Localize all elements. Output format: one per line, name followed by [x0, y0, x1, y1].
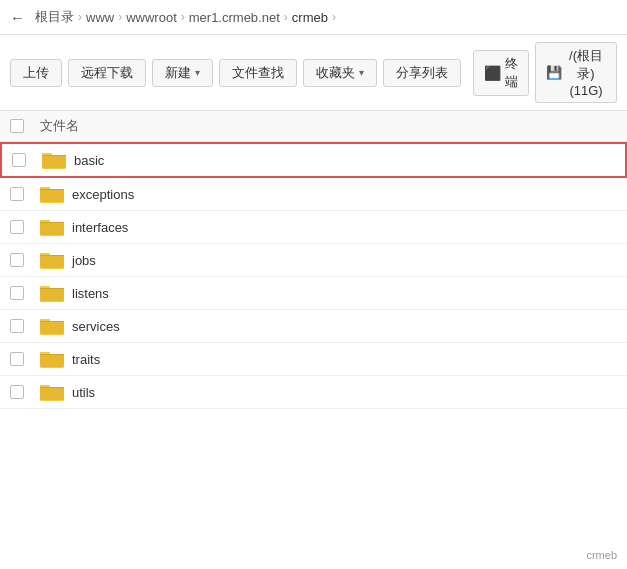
disk-label: /(根目录) (11G) — [566, 47, 606, 98]
sep-2: › — [118, 10, 122, 24]
disk-button[interactable]: 💾 /(根目录) (11G) — [535, 42, 617, 103]
folder-icon — [40, 316, 64, 336]
back-button[interactable]: ← — [10, 9, 25, 26]
file-checkbox[interactable] — [10, 220, 24, 234]
file-checkbox[interactable] — [10, 253, 24, 267]
file-name: utils — [72, 385, 95, 400]
file-row[interactable]: services — [0, 310, 627, 343]
file-list-header: 文件名 — [0, 111, 627, 142]
breadcrumb-current: crmeb — [292, 10, 328, 25]
file-row[interactable]: utils — [0, 376, 627, 409]
bookmark-button[interactable]: 收藏夹 ▾ — [303, 59, 377, 87]
column-header-name: 文件名 — [40, 117, 617, 135]
terminal-button[interactable]: ⬛ 终端 — [473, 50, 529, 96]
footer-brand: crmeb — [586, 549, 617, 561]
remote-download-button[interactable]: 远程下载 — [68, 59, 146, 87]
file-checkbox[interactable] — [10, 352, 24, 366]
new-arrow: ▾ — [195, 67, 200, 78]
folder-icon — [40, 184, 64, 204]
file-checkbox[interactable] — [10, 385, 24, 399]
file-row[interactable]: jobs — [0, 244, 627, 277]
breadcrumb-wwwroot[interactable]: wwwroot — [126, 10, 177, 25]
new-label: 新建 — [165, 64, 191, 82]
terminal-icon: ⬛ — [484, 65, 501, 81]
file-checkbox[interactable] — [10, 286, 24, 300]
svg-rect-18 — [40, 288, 64, 301]
svg-rect-3 — [42, 155, 66, 156]
file-row[interactable]: basic — [0, 142, 627, 178]
svg-rect-2 — [42, 155, 66, 168]
file-name: basic — [74, 153, 104, 168]
svg-rect-15 — [40, 255, 64, 256]
breadcrumb-bar: ← 根目录 › www › wwwroot › mer1.crmeb.net ›… — [0, 0, 627, 35]
file-row[interactable]: traits — [0, 343, 627, 376]
toolbar: 上传 远程下载 新建 ▾ 文件查找 收藏夹 ▾ 分享列表 ⬛ 终端 💾 /(根目… — [0, 35, 627, 111]
file-name: traits — [72, 352, 100, 367]
svg-rect-10 — [40, 222, 64, 235]
new-button[interactable]: 新建 ▾ — [152, 59, 213, 87]
folder-icon — [40, 382, 64, 402]
folder-icon — [42, 150, 66, 170]
upload-button[interactable]: 上传 — [10, 59, 62, 87]
breadcrumb-mer1[interactable]: mer1.crmeb.net — [189, 10, 280, 25]
disk-icon: 💾 — [546, 65, 562, 80]
folder-icon — [40, 283, 64, 303]
svg-rect-14 — [40, 255, 64, 268]
svg-rect-31 — [40, 387, 64, 388]
sep-1: › — [78, 10, 82, 24]
folder-icon — [40, 250, 64, 270]
folder-icon — [40, 217, 64, 237]
svg-rect-19 — [40, 288, 64, 289]
file-name: exceptions — [72, 187, 134, 202]
select-all-checkbox[interactable] — [10, 119, 24, 133]
breadcrumb-root[interactable]: 根目录 — [35, 8, 74, 26]
file-checkbox[interactable] — [10, 187, 24, 201]
bookmark-label: 收藏夹 — [316, 64, 355, 82]
svg-rect-7 — [40, 189, 64, 190]
file-list-scroll[interactable]: basic exceptions interfaces jobs listens — [0, 142, 627, 409]
bookmark-arrow: ▾ — [359, 67, 364, 78]
svg-rect-23 — [40, 321, 64, 322]
upload-label: 上传 — [23, 64, 49, 82]
sep-5: › — [332, 10, 336, 24]
file-checkbox[interactable] — [10, 319, 24, 333]
file-name: listens — [72, 286, 109, 301]
file-name: services — [72, 319, 120, 334]
file-row[interactable]: interfaces — [0, 211, 627, 244]
file-name: interfaces — [72, 220, 128, 235]
terminal-label: 终端 — [505, 55, 518, 91]
find-label: 文件查找 — [232, 64, 284, 82]
share-label: 分享列表 — [396, 64, 448, 82]
file-row[interactable]: listens — [0, 277, 627, 310]
folder-icon — [40, 349, 64, 369]
svg-rect-22 — [40, 321, 64, 334]
svg-rect-30 — [40, 387, 64, 400]
file-list: 文件名 basic exceptions interfaces jobs — [0, 111, 627, 409]
file-checkbox[interactable] — [12, 153, 26, 167]
sep-4: › — [284, 10, 288, 24]
share-button[interactable]: 分享列表 — [383, 59, 461, 87]
find-button[interactable]: 文件查找 — [219, 59, 297, 87]
file-row[interactable]: exceptions — [0, 178, 627, 211]
remote-download-label: 远程下载 — [81, 64, 133, 82]
file-name: jobs — [72, 253, 96, 268]
svg-rect-6 — [40, 189, 64, 202]
svg-rect-27 — [40, 354, 64, 355]
svg-rect-26 — [40, 354, 64, 367]
sep-3: › — [181, 10, 185, 24]
svg-rect-11 — [40, 222, 64, 223]
breadcrumb-www[interactable]: www — [86, 10, 114, 25]
